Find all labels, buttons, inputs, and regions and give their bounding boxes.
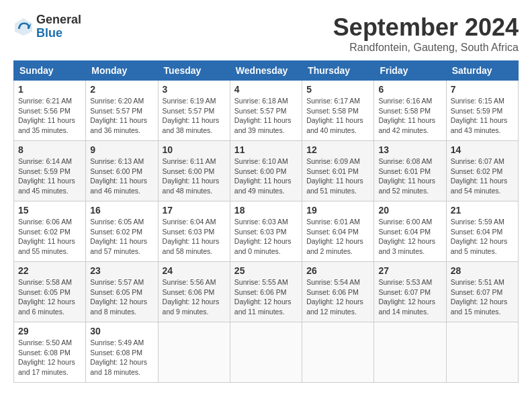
- day-info: Sunrise: 5:51 AMSunset: 6:07 PMDaylight:…: [451, 278, 508, 316]
- day-number: 6: [378, 84, 441, 95]
- weekday-header: Monday: [86, 61, 158, 81]
- calendar-cell: [446, 322, 518, 383]
- day-number: 1: [18, 84, 81, 95]
- calendar-cell: 26Sunrise: 5:54 AMSunset: 6:06 PMDayligh…: [302, 262, 374, 322]
- day-number: 9: [90, 144, 153, 155]
- calendar-cell: 20Sunrise: 6:00 AMSunset: 6:04 PMDayligh…: [374, 201, 446, 262]
- calendar-week-row: 8Sunrise: 6:14 AMSunset: 5:59 PMDaylight…: [14, 141, 519, 201]
- day-number: 10: [163, 144, 226, 155]
- weekday-header: Friday: [374, 61, 446, 81]
- day-info: Sunrise: 6:19 AMSunset: 5:57 PMDaylight:…: [163, 97, 220, 134]
- calendar-cell: [158, 322, 230, 383]
- calendar-cell: 23Sunrise: 5:57 AMSunset: 6:05 PMDayligh…: [86, 262, 158, 322]
- day-info: Sunrise: 6:10 AMSunset: 6:00 PMDaylight:…: [234, 157, 292, 195]
- day-info: Sunrise: 6:08 AMSunset: 6:01 PMDaylight:…: [378, 157, 435, 195]
- calendar-cell: [230, 322, 302, 383]
- calendar-cell: 10Sunrise: 6:11 AMSunset: 6:00 PMDayligh…: [158, 141, 230, 201]
- calendar-cell: 18Sunrise: 6:03 AMSunset: 6:03 PMDayligh…: [230, 201, 302, 262]
- day-info: Sunrise: 6:05 AMSunset: 6:02 PMDaylight:…: [90, 218, 147, 255]
- calendar-cell: 11Sunrise: 6:10 AMSunset: 6:00 PMDayligh…: [230, 141, 302, 201]
- calendar-cell: 22Sunrise: 5:58 AMSunset: 6:05 PMDayligh…: [14, 262, 86, 322]
- calendar-week-row: 29Sunrise: 5:50 AMSunset: 6:08 PMDayligh…: [14, 322, 519, 383]
- calendar-cell: 2Sunrise: 6:20 AMSunset: 5:57 PMDaylight…: [86, 81, 158, 141]
- logo-icon: [13, 17, 34, 37]
- calendar-cell: 4Sunrise: 6:18 AMSunset: 5:57 PMDaylight…: [230, 81, 302, 141]
- day-number: 15: [18, 205, 81, 216]
- day-info: Sunrise: 6:17 AMSunset: 5:58 PMDaylight:…: [306, 97, 363, 134]
- calendar-cell: 24Sunrise: 5:56 AMSunset: 6:06 PMDayligh…: [158, 262, 230, 322]
- day-number: 17: [163, 205, 226, 216]
- calendar-cell: 5Sunrise: 6:17 AMSunset: 5:58 PMDaylight…: [302, 81, 374, 141]
- calendar-cell: 1Sunrise: 6:21 AMSunset: 5:56 PMDaylight…: [14, 81, 86, 141]
- day-number: 11: [234, 144, 298, 155]
- header: General Blue September 2024 Randfontein,…: [13, 13, 519, 54]
- calendar-cell: [374, 322, 446, 383]
- calendar-week-row: 22Sunrise: 5:58 AMSunset: 6:05 PMDayligh…: [14, 262, 519, 322]
- day-info: Sunrise: 5:58 AMSunset: 6:05 PMDaylight:…: [18, 278, 75, 316]
- calendar-cell: 21Sunrise: 5:59 AMSunset: 6:04 PMDayligh…: [446, 201, 518, 262]
- day-info: Sunrise: 6:16 AMSunset: 5:58 PMDaylight:…: [378, 97, 435, 134]
- day-number: 30: [90, 326, 153, 336]
- calendar-table: SundayMondayTuesdayWednesdayThursdayFrid…: [13, 60, 519, 383]
- day-info: Sunrise: 5:59 AMSunset: 6:04 PMDaylight:…: [451, 218, 508, 255]
- day-number: 21: [451, 205, 514, 216]
- day-number: 4: [234, 84, 298, 95]
- calendar-cell: [302, 322, 374, 383]
- day-info: Sunrise: 6:13 AMSunset: 6:00 PMDaylight:…: [90, 157, 147, 195]
- weekday-header: Tuesday: [158, 61, 230, 81]
- day-number: 2: [90, 84, 153, 95]
- weekday-header: Sunday: [14, 61, 86, 81]
- calendar-cell: 14Sunrise: 6:07 AMSunset: 6:02 PMDayligh…: [446, 141, 518, 201]
- day-info: Sunrise: 5:57 AMSunset: 6:05 PMDaylight:…: [90, 278, 147, 316]
- calendar-cell: 19Sunrise: 6:01 AMSunset: 6:04 PMDayligh…: [302, 201, 374, 262]
- day-info: Sunrise: 6:06 AMSunset: 6:02 PMDaylight:…: [18, 218, 75, 255]
- day-number: 5: [306, 84, 369, 95]
- day-info: Sunrise: 6:07 AMSunset: 6:02 PMDaylight:…: [451, 157, 508, 195]
- day-info: Sunrise: 6:15 AMSunset: 5:59 PMDaylight:…: [451, 97, 508, 134]
- calendar-cell: 17Sunrise: 6:04 AMSunset: 6:03 PMDayligh…: [158, 201, 230, 262]
- day-info: Sunrise: 6:03 AMSunset: 6:03 PMDaylight:…: [234, 218, 292, 255]
- day-number: 18: [234, 205, 298, 216]
- day-info: Sunrise: 6:01 AMSunset: 6:04 PMDaylight:…: [306, 218, 363, 255]
- day-info: Sunrise: 6:14 AMSunset: 5:59 PMDaylight:…: [18, 157, 75, 195]
- weekday-header-row: SundayMondayTuesdayWednesdayThursdayFrid…: [14, 61, 519, 81]
- calendar-week-row: 1Sunrise: 6:21 AMSunset: 5:56 PMDaylight…: [14, 81, 519, 141]
- calendar-cell: 16Sunrise: 6:05 AMSunset: 6:02 PMDayligh…: [86, 201, 158, 262]
- weekday-header: Thursday: [302, 61, 374, 81]
- calendar-cell: 8Sunrise: 6:14 AMSunset: 5:59 PMDaylight…: [14, 141, 86, 201]
- day-info: Sunrise: 6:00 AMSunset: 6:04 PMDaylight:…: [378, 218, 435, 255]
- day-number: 8: [18, 144, 81, 155]
- logo: General Blue: [13, 13, 81, 40]
- calendar-cell: 13Sunrise: 6:08 AMSunset: 6:01 PMDayligh…: [374, 141, 446, 201]
- calendar-cell: 7Sunrise: 6:15 AMSunset: 5:59 PMDaylight…: [446, 81, 518, 141]
- day-number: 25: [234, 265, 298, 276]
- day-number: 12: [306, 144, 369, 155]
- calendar-cell: 29Sunrise: 5:50 AMSunset: 6:08 PMDayligh…: [14, 322, 86, 383]
- calendar-week-row: 15Sunrise: 6:06 AMSunset: 6:02 PMDayligh…: [14, 201, 519, 262]
- calendar-cell: 28Sunrise: 5:51 AMSunset: 6:07 PMDayligh…: [446, 262, 518, 322]
- day-number: 16: [90, 205, 153, 216]
- day-info: Sunrise: 5:56 AMSunset: 6:06 PMDaylight:…: [163, 278, 220, 316]
- location-title: Randfontein, Gauteng, South Africa: [333, 42, 519, 54]
- title-area: September 2024 Randfontein, Gauteng, Sou…: [333, 13, 519, 54]
- day-number: 7: [451, 84, 514, 95]
- day-info: Sunrise: 6:09 AMSunset: 6:01 PMDaylight:…: [306, 157, 363, 195]
- day-info: Sunrise: 6:20 AMSunset: 5:57 PMDaylight:…: [90, 97, 147, 134]
- day-number: 22: [18, 265, 81, 276]
- day-info: Sunrise: 6:18 AMSunset: 5:57 PMDaylight:…: [234, 97, 292, 134]
- day-number: 20: [378, 205, 441, 216]
- day-info: Sunrise: 5:53 AMSunset: 6:07 PMDaylight:…: [378, 278, 435, 316]
- day-info: Sunrise: 5:55 AMSunset: 6:06 PMDaylight:…: [234, 278, 292, 316]
- day-number: 14: [451, 144, 514, 155]
- calendar-cell: 12Sunrise: 6:09 AMSunset: 6:01 PMDayligh…: [302, 141, 374, 201]
- day-number: 26: [306, 265, 369, 276]
- day-info: Sunrise: 5:54 AMSunset: 6:06 PMDaylight:…: [306, 278, 363, 316]
- weekday-header: Wednesday: [230, 61, 302, 81]
- day-number: 19: [306, 205, 369, 216]
- day-number: 3: [163, 84, 226, 95]
- calendar-cell: 3Sunrise: 6:19 AMSunset: 5:57 PMDaylight…: [158, 81, 230, 141]
- calendar-cell: 25Sunrise: 5:55 AMSunset: 6:06 PMDayligh…: [230, 262, 302, 322]
- day-number: 23: [90, 265, 153, 276]
- day-info: Sunrise: 6:04 AMSunset: 6:03 PMDaylight:…: [163, 218, 220, 255]
- day-info: Sunrise: 5:49 AMSunset: 6:08 PMDaylight:…: [90, 338, 147, 376]
